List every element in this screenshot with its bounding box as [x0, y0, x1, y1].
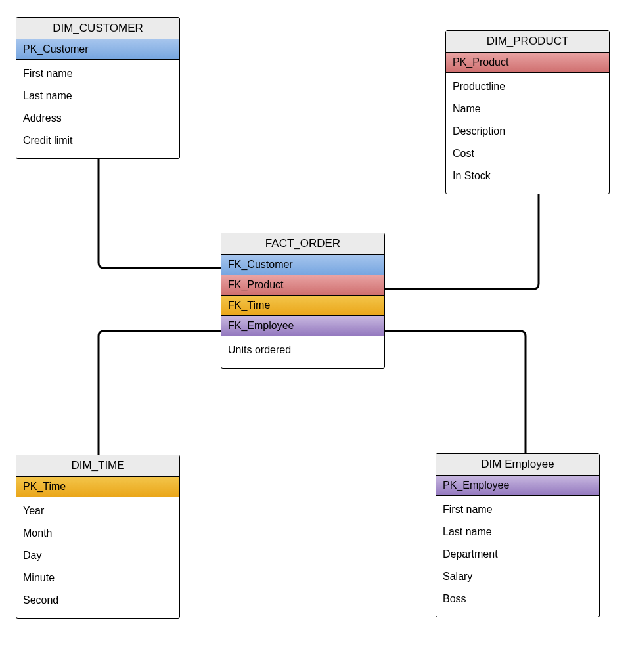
attr: Department: [443, 543, 593, 566]
entity-title: DIM_CUSTOMER: [16, 18, 179, 39]
attr: Month: [23, 522, 173, 545]
attr: Description: [453, 120, 602, 143]
attr: Last name: [23, 85, 173, 107]
attr: Salary: [443, 566, 593, 588]
edge-employee-fact: [385, 331, 526, 453]
pk-time: PK_Time: [16, 477, 179, 497]
attr: Last name: [443, 521, 593, 543]
attr: First name: [23, 62, 173, 85]
attr-list: First name Last name Department Salary B…: [436, 496, 599, 617]
attr-list: Units ordered: [221, 336, 384, 368]
attr-list: First name Last name Address Credit limi…: [16, 60, 179, 158]
pk-employee: PK_Employee: [436, 476, 599, 496]
entity-title: DIM Employee: [436, 454, 599, 476]
diagram-canvas: DIM_CUSTOMER PK_Customer First name Last…: [0, 0, 628, 672]
attr: Day: [23, 545, 173, 567]
attr: Boss: [443, 588, 593, 610]
attr: Year: [23, 500, 173, 522]
edge-customer-fact: [99, 156, 221, 268]
entity-dim-customer: DIM_CUSTOMER PK_Customer First name Last…: [16, 17, 180, 159]
fk-employee: FK_Employee: [221, 316, 384, 336]
attr: Cost: [453, 143, 602, 165]
entity-title: DIM_TIME: [16, 455, 179, 477]
attr: Minute: [23, 567, 173, 589]
attr: Name: [453, 98, 602, 120]
entity-title: DIM_PRODUCT: [446, 31, 609, 53]
entity-dim-time: DIM_TIME PK_Time Year Month Day Minute S…: [16, 455, 180, 619]
entity-title: FACT_ORDER: [221, 233, 384, 255]
attr: Productline: [453, 76, 602, 98]
attr: Credit limit: [23, 129, 173, 152]
attr: Address: [23, 107, 173, 129]
attr: First name: [443, 499, 593, 521]
edge-time-fact: [99, 331, 221, 455]
pk-customer: PK_Customer: [16, 39, 179, 60]
attr: In Stock: [453, 165, 602, 187]
entity-dim-employee: DIM Employee PK_Employee First name Last…: [436, 453, 600, 617]
edge-product-fact: [385, 193, 539, 289]
entity-fact-order: FACT_ORDER FK_Customer FK_Product FK_Tim…: [221, 233, 385, 369]
entity-dim-product: DIM_PRODUCT PK_Product Productline Name …: [445, 30, 610, 194]
attr: Units ordered: [228, 339, 378, 361]
attr-list: Productline Name Description Cost In Sto…: [446, 73, 609, 194]
pk-product: PK_Product: [446, 53, 609, 73]
fk-customer: FK_Customer: [221, 255, 384, 275]
attr-list: Year Month Day Minute Second: [16, 497, 179, 618]
fk-time: FK_Time: [221, 296, 384, 316]
fk-product: FK_Product: [221, 275, 384, 296]
attr: Second: [23, 589, 173, 612]
